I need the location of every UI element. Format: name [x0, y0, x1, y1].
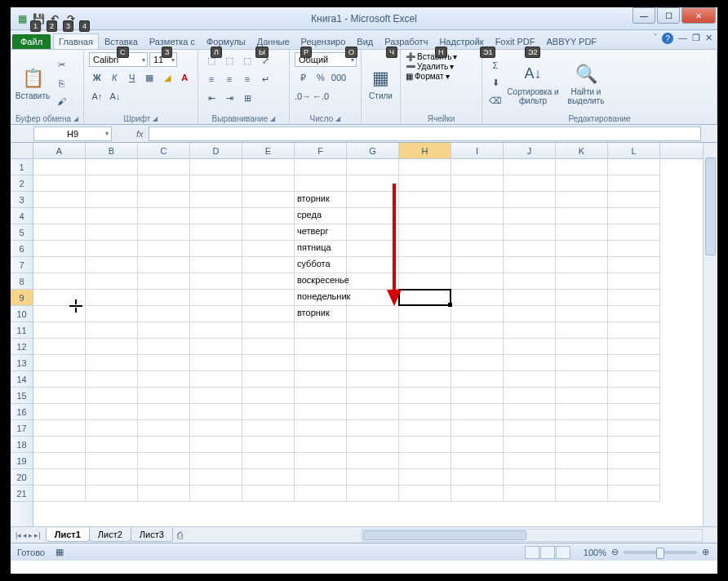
cell[interactable] [33, 469, 86, 486]
cell[interactable] [138, 453, 190, 469]
cell[interactable] [451, 388, 504, 404]
font-color-button[interactable]: A [177, 69, 193, 86]
cell[interactable] [190, 175, 242, 192]
cell[interactable] [86, 339, 138, 355]
cell[interactable] [451, 339, 504, 355]
align-middle-icon[interactable]: ⬚ [221, 52, 237, 69]
cell[interactable] [138, 224, 190, 241]
formula-input[interactable] [149, 126, 701, 141]
cell[interactable] [190, 290, 242, 306]
cell[interactable] [347, 273, 399, 290]
column-header[interactable]: L [608, 143, 660, 158]
cell[interactable] [504, 404, 556, 420]
cell[interactable] [347, 420, 399, 437]
cell[interactable] [347, 257, 399, 273]
cell[interactable] [399, 175, 451, 192]
cell[interactable] [608, 306, 660, 322]
cell[interactable] [242, 290, 295, 306]
cell[interactable] [556, 224, 608, 241]
cell[interactable] [86, 192, 138, 208]
scroll-thumb[interactable] [363, 530, 526, 540]
row-header[interactable]: 6 [11, 241, 33, 257]
cell[interactable] [608, 175, 660, 192]
cell[interactable] [33, 273, 86, 290]
cell[interactable] [86, 469, 138, 486]
row-header[interactable]: 18 [11, 437, 33, 453]
cell[interactable] [33, 355, 86, 371]
cell[interactable] [138, 404, 190, 420]
cell[interactable] [33, 241, 86, 257]
cell[interactable] [33, 339, 86, 355]
sheet-tab-2[interactable]: Лист2 [89, 528, 131, 542]
cell[interactable] [295, 355, 347, 371]
cell[interactable] [86, 290, 138, 306]
dialog-launcher-icon[interactable]: ◢ [73, 115, 78, 122]
cell[interactable] [138, 273, 190, 290]
cell[interactable] [451, 159, 504, 175]
cell[interactable] [347, 453, 399, 469]
cell[interactable] [556, 306, 608, 322]
cell[interactable] [86, 175, 138, 192]
cell[interactable] [451, 355, 504, 371]
cell[interactable] [190, 339, 242, 355]
column-header[interactable]: C [138, 143, 190, 158]
cell[interactable] [138, 241, 190, 257]
cell[interactable] [399, 224, 451, 241]
cell[interactable] [451, 469, 504, 486]
cell[interactable] [138, 355, 190, 371]
cell[interactable] [399, 371, 451, 388]
format-painter-icon[interactable]: 🖌 [53, 93, 69, 109]
increase-indent-icon[interactable]: ⇥ [221, 90, 237, 106]
cell[interactable] [451, 257, 504, 273]
cell[interactable] [556, 420, 608, 437]
cell[interactable]: вторник [295, 192, 347, 208]
dialog-launcher-icon[interactable]: ◢ [270, 115, 275, 122]
cell[interactable] [138, 420, 190, 437]
cell[interactable] [138, 306, 190, 322]
cell[interactable] [556, 241, 608, 257]
row-header[interactable]: 14 [11, 371, 33, 388]
cell[interactable] [295, 388, 347, 404]
cell[interactable] [242, 339, 295, 355]
cell[interactable] [504, 241, 556, 257]
cell[interactable] [504, 355, 556, 371]
cell[interactable] [608, 257, 660, 273]
cut-icon[interactable]: ✂ [53, 57, 69, 73]
cell[interactable] [451, 453, 504, 469]
cell[interactable] [86, 371, 138, 388]
cell[interactable] [504, 257, 556, 273]
cell[interactable] [295, 437, 347, 453]
cell[interactable] [556, 453, 608, 469]
cell[interactable] [33, 257, 86, 273]
cell[interactable]: среда [295, 208, 347, 224]
tab-abbyy[interactable]: ABBYY PDF [541, 33, 603, 49]
minimize-button[interactable]: — [633, 7, 655, 24]
cell[interactable] [295, 486, 347, 502]
cell[interactable] [504, 486, 556, 502]
cell[interactable] [504, 290, 556, 306]
find-select-button[interactable]: 🔍 Найти и выделить [562, 52, 610, 113]
column-header[interactable]: E [242, 143, 295, 158]
cell[interactable] [242, 322, 295, 339]
cell[interactable] [608, 241, 660, 257]
row-header[interactable]: 4 [11, 208, 33, 224]
page-break-view-button[interactable] [556, 546, 570, 559]
row-header[interactable]: 12 [11, 339, 33, 355]
sheet-next-icon[interactable]: ▸ [29, 531, 33, 539]
cell[interactable] [399, 322, 451, 339]
cell[interactable] [608, 224, 660, 241]
cell[interactable] [295, 322, 347, 339]
copy-icon[interactable]: ⎘ [53, 75, 69, 91]
cell[interactable] [190, 404, 242, 420]
cell[interactable] [190, 355, 242, 371]
select-all-corner[interactable] [11, 143, 33, 159]
help-icon[interactable]: ? [662, 33, 673, 44]
cell[interactable] [608, 290, 660, 306]
cell[interactable] [556, 388, 608, 404]
cell[interactable] [33, 306, 86, 322]
cell[interactable] [504, 371, 556, 388]
cell[interactable] [138, 208, 190, 224]
align-right-icon[interactable]: ≡ [239, 71, 255, 87]
cell[interactable] [451, 241, 504, 257]
cell[interactable] [399, 159, 451, 175]
